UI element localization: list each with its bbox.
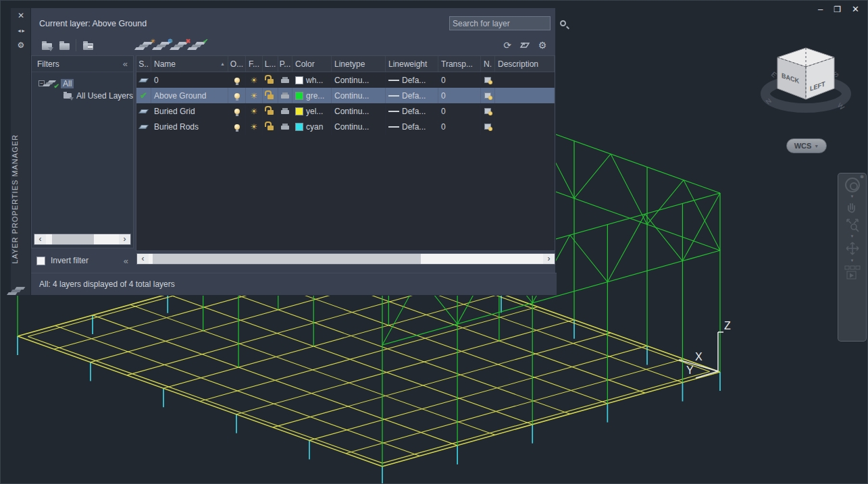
column-lock[interactable]: L... bbox=[263, 56, 278, 72]
sun-icon[interactable]: ☀ bbox=[251, 76, 258, 84]
navigation-wheel-icon[interactable] bbox=[842, 178, 863, 192]
layer-row-buried-rods[interactable]: Buried Rods☀cyanContinu...Defa...0 bbox=[136, 119, 555, 134]
new-group-filter-button[interactable] bbox=[55, 38, 73, 53]
layer-new-vp-freeze-toggle[interactable] bbox=[481, 119, 495, 134]
layer-freeze-toggle[interactable]: ☀ bbox=[246, 72, 263, 88]
layer-row-above-ground[interactable]: ✔Above Ground☀gre...Continu...Defa...0 bbox=[136, 88, 555, 103]
layer-color-cell[interactable]: cyan bbox=[292, 119, 332, 134]
layer-description-cell[interactable] bbox=[495, 72, 555, 88]
pan-hand-icon[interactable] bbox=[842, 200, 863, 215]
settings-gear-button[interactable]: ⚙ bbox=[534, 38, 551, 53]
color-swatch[interactable] bbox=[295, 107, 303, 115]
layer-linetype-cell[interactable]: Continu... bbox=[332, 119, 386, 134]
layer-lineweight-cell[interactable]: Defa... bbox=[386, 103, 438, 119]
layer-name[interactable]: Buried Rods bbox=[151, 119, 228, 134]
layer-lock-toggle[interactable] bbox=[263, 88, 278, 103]
viewcube[interactable]: N S W E BACK LEFT bbox=[756, 43, 864, 130]
column-freeze[interactable]: F... bbox=[246, 56, 263, 72]
sun-icon[interactable]: ☀ bbox=[251, 107, 258, 115]
color-swatch[interactable] bbox=[295, 76, 303, 84]
vp-freeze-icon[interactable] bbox=[484, 124, 491, 130]
scroll-right-icon[interactable]: › bbox=[119, 234, 130, 244]
new-property-filter-button[interactable] bbox=[38, 38, 55, 53]
column-description[interactable]: Description bbox=[495, 56, 555, 72]
chevron-down-icon[interactable]: ▼ bbox=[850, 194, 854, 198]
layer-color-cell[interactable]: gre... bbox=[292, 88, 332, 103]
filters-horizontal-scrollbar[interactable]: ‹ › bbox=[34, 234, 131, 245]
close-icon[interactable]: ✕ bbox=[852, 4, 859, 15]
vp-freeze-icon[interactable] bbox=[484, 108, 491, 114]
layer-plot-toggle[interactable] bbox=[278, 103, 292, 119]
lightbulb-icon[interactable] bbox=[234, 124, 240, 130]
layer-on-toggle[interactable] bbox=[228, 72, 246, 88]
layer-name[interactable]: Above Ground bbox=[151, 88, 228, 103]
layer-description-cell[interactable] bbox=[495, 119, 555, 134]
layer-on-toggle[interactable] bbox=[228, 119, 246, 134]
set-current-button[interactable]: ✔ bbox=[191, 38, 209, 53]
scroll-right-icon[interactable]: › bbox=[543, 254, 555, 264]
chevron-down-icon[interactable]: ▼ bbox=[850, 259, 854, 263]
layer-lock-toggle[interactable] bbox=[263, 119, 278, 134]
printer-icon[interactable] bbox=[281, 79, 289, 83]
delete-layer-button[interactable]: ✖ bbox=[174, 38, 191, 53]
layer-transparency-cell[interactable]: 0 bbox=[438, 103, 481, 119]
tree-expander-icon[interactable]: − bbox=[39, 80, 45, 86]
layer-lineweight-cell[interactable]: Defa... bbox=[386, 72, 438, 88]
invert-filter-checkbox[interactable] bbox=[36, 257, 45, 265]
layer-lock-toggle[interactable] bbox=[263, 103, 278, 119]
layer-description-cell[interactable] bbox=[495, 88, 555, 103]
layer-search[interactable] bbox=[449, 16, 551, 30]
column-lineweight[interactable]: Lineweight bbox=[386, 56, 438, 72]
filter-label-all[interactable]: All bbox=[61, 79, 74, 88]
sun-icon[interactable]: ☀ bbox=[251, 123, 258, 131]
column-plot[interactable]: P... bbox=[278, 56, 292, 72]
filter-label-all-used[interactable]: All Used Layers bbox=[76, 91, 133, 101]
chevron-down-icon[interactable]: ▼ bbox=[850, 234, 854, 238]
collapse-invert-icon[interactable]: « bbox=[124, 256, 128, 266]
unlock-icon[interactable] bbox=[267, 79, 274, 84]
column-new-vp-freeze[interactable]: N. bbox=[481, 56, 495, 72]
navigation-bar[interactable]: ⊗ ▼ ▼ ▼ bbox=[838, 173, 867, 342]
layer-linetype-cell[interactable]: Continu... bbox=[332, 88, 386, 103]
scroll-left-icon[interactable]: ‹ bbox=[34, 234, 46, 244]
sun-icon[interactable]: ☀ bbox=[251, 92, 258, 100]
refresh-button[interactable]: ⟳ bbox=[499, 38, 516, 53]
column-status[interactable]: S.. bbox=[136, 56, 151, 72]
layer-lock-toggle[interactable] bbox=[263, 72, 278, 88]
layer-lineweight-cell[interactable]: Defa... bbox=[386, 88, 438, 103]
layer-transparency-cell[interactable]: 0 bbox=[438, 119, 481, 134]
layer-on-toggle[interactable] bbox=[228, 88, 246, 103]
unlock-icon[interactable] bbox=[267, 95, 274, 99]
layer-new-vp-freeze-toggle[interactable] bbox=[481, 88, 495, 103]
palette-properties-gear-icon[interactable]: ⚙ bbox=[11, 38, 31, 53]
unlock-icon[interactable] bbox=[267, 110, 274, 115]
palette-autohide-icon[interactable]: ◄► bbox=[11, 23, 31, 38]
column-color[interactable]: Color bbox=[292, 56, 332, 72]
column-on[interactable]: O... bbox=[228, 56, 246, 72]
filter-tree-item-all-used[interactable]: All Used Layers bbox=[39, 90, 133, 102]
layer-transparency-cell[interactable]: 0 bbox=[438, 88, 481, 103]
layer-color-cell[interactable]: yel... bbox=[292, 103, 332, 119]
layer-transparency-cell[interactable]: 0 bbox=[438, 72, 481, 88]
restore-icon[interactable]: ❐ bbox=[834, 4, 841, 15]
lightbulb-icon[interactable] bbox=[234, 109, 240, 114]
layer-on-toggle[interactable] bbox=[228, 103, 246, 119]
viewcube-cube[interactable]: BACK LEFT bbox=[777, 48, 834, 99]
vp-freeze-icon[interactable] bbox=[484, 92, 491, 99]
search-icon[interactable] bbox=[560, 20, 566, 26]
minimize-icon[interactable]: – bbox=[818, 4, 823, 15]
layer-plot-toggle[interactable] bbox=[278, 88, 292, 103]
column-name[interactable]: Name▲ bbox=[151, 56, 228, 72]
layer-new-vp-freeze-toggle[interactable] bbox=[481, 103, 495, 119]
color-swatch[interactable] bbox=[295, 123, 303, 131]
layer-name[interactable]: 0 bbox=[151, 72, 228, 88]
lightbulb-icon[interactable] bbox=[234, 93, 240, 99]
compass-e[interactable]: E bbox=[770, 70, 778, 79]
layer-new-vp-freeze-toggle[interactable] bbox=[481, 72, 495, 88]
layer-plot-toggle[interactable] bbox=[278, 72, 292, 88]
layer-description-cell[interactable] bbox=[495, 103, 555, 119]
new-layer-button[interactable]: ✳ bbox=[138, 38, 156, 53]
showmotion-icon[interactable] bbox=[842, 265, 863, 281]
palette-close-icon[interactable]: ✕ bbox=[11, 8, 31, 23]
collapse-filters-icon[interactable]: « bbox=[123, 59, 128, 69]
